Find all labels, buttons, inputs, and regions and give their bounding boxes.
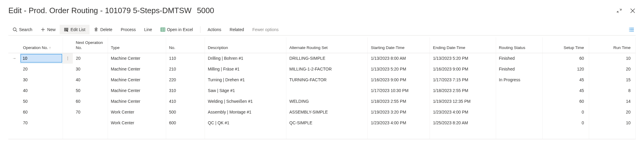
cell-setup[interactable]: 0 [542, 117, 589, 128]
cell-operation-no[interactable]: 70 [20, 117, 63, 128]
cell-operation-no[interactable]: 20 [20, 64, 63, 74]
cell-type[interactable]: Machine Center [108, 53, 166, 64]
cell-description[interactable]: Assembly | Montage #1 [205, 107, 286, 117]
cell-run[interactable]: 8 [589, 85, 635, 96]
cell-setup[interactable]: 120 [542, 64, 589, 74]
col-operation-no[interactable]: Operation No. [20, 37, 63, 53]
row-menu-button[interactable] [63, 74, 73, 85]
cell-start[interactable]: 1/13/2023 8:00 AM [368, 53, 430, 64]
cell-setup[interactable]: 45 [542, 74, 589, 85]
cell-end[interactable]: 1/19/2023 12:35 PM [430, 96, 496, 107]
cell-description[interactable]: Saw | Säge #1 [205, 85, 286, 96]
cell-operation-no[interactable]: 30 [20, 74, 63, 85]
cell-operation-no[interactable] [20, 53, 63, 64]
close-icon[interactable] [630, 8, 636, 14]
cell-alt-routing[interactable]: MILLING-1-2-FACTOR [286, 64, 368, 74]
cell-type[interactable]: Machine Center [108, 64, 166, 74]
cell-run[interactable]: 10 [589, 53, 635, 64]
cell-alt-routing[interactable]: ASSEMBLY-SIMPLE [286, 107, 368, 117]
collapse-icon[interactable] [617, 8, 622, 13]
cell-start[interactable]: 1/18/2023 2:55 PM [368, 96, 430, 107]
col-type[interactable]: Type [108, 37, 166, 53]
cell-run[interactable]: 15 [589, 74, 635, 85]
operation-no-input[interactable] [21, 54, 62, 62]
table-row[interactable]: 70Work Center600QC | QK #1QC-SIMPLE1/23/… [8, 117, 636, 128]
row-menu-button[interactable]: ⋮ [63, 53, 73, 64]
table-row-empty[interactable] [8, 128, 636, 139]
cell-next-op[interactable]: 30 [73, 64, 108, 74]
cell-description[interactable]: Turning | Drehen #1 [205, 74, 286, 85]
cell-type[interactable]: Work Center [108, 117, 166, 128]
cell-end[interactable]: 1/16/2023 9:00 PM [430, 64, 496, 74]
cell-no[interactable]: 220 [166, 74, 205, 85]
cell-status[interactable] [496, 107, 542, 117]
row-menu-button[interactable] [63, 117, 73, 128]
cell-start[interactable]: 1/19/2023 3:20 PM [368, 107, 430, 117]
cell-next-op[interactable]: 50 [73, 85, 108, 96]
table-row[interactable]: 6070Work Center500Assembly | Montage #1A… [8, 107, 636, 117]
cell-status[interactable] [496, 117, 542, 128]
cell-next-op[interactable]: 40 [73, 74, 108, 85]
cell-type[interactable]: Machine Center [108, 96, 166, 107]
row-menu-button[interactable] [63, 64, 73, 74]
related-button[interactable]: Related [226, 25, 248, 34]
cell-run[interactable]: 10 [589, 117, 635, 128]
cell-start[interactable]: 1/23/2023 4:00 PM [368, 117, 430, 128]
cell-alt-routing[interactable]: TURNING-FACTOR [286, 74, 368, 85]
row-menu-button[interactable] [63, 85, 73, 96]
cell-operation-no[interactable]: 60 [20, 107, 63, 117]
cell-run[interactable]: 20 [589, 107, 635, 117]
col-setup[interactable]: Setup Time [542, 37, 589, 53]
table-row[interactable]: →⋮20Machine Center110Drilling | Bohren #… [8, 53, 636, 64]
cell-no[interactable]: 500 [166, 107, 205, 117]
cell-alt-routing[interactable] [286, 85, 368, 96]
cell-no[interactable]: 210 [166, 64, 205, 74]
cell-status[interactable]: Finished [496, 53, 542, 64]
edit-list-button[interactable]: Edit List [60, 25, 89, 34]
table-row[interactable]: 4050Machine Center310Saw | Säge #11/17/2… [8, 85, 636, 96]
table-row[interactable]: 5060Machine Center410Welding | Schweißen… [8, 96, 636, 107]
search-button[interactable]: Search [8, 25, 36, 34]
table-row[interactable]: 2030Machine Center210Milling | Fräse #1M… [8, 64, 636, 74]
cell-setup[interactable]: 0 [542, 107, 589, 117]
cell-end[interactable]: 1/25/2023 8:20 AM [430, 117, 496, 128]
list-view-button[interactable] [625, 25, 636, 34]
col-alt-routing[interactable]: Alternate Routing Set [286, 37, 368, 53]
cell-status[interactable] [496, 85, 542, 96]
cell-end[interactable]: 1/17/2023 7:15 PM [430, 74, 496, 85]
delete-button[interactable]: Delete [89, 25, 116, 34]
cell-start[interactable]: 1/13/2023 5:20 PM [368, 64, 430, 74]
cell-description[interactable]: Welding | Schweißen #1 [205, 96, 286, 107]
cell-no[interactable]: 110 [166, 53, 205, 64]
cell-run[interactable]: 20 [589, 64, 635, 74]
cell-no[interactable]: 310 [166, 85, 205, 96]
cell-next-op[interactable] [73, 117, 108, 128]
cell-end[interactable]: 1/13/2023 5:20 PM [430, 53, 496, 64]
col-next-op[interactable]: Next Operation No. [73, 37, 108, 53]
row-menu-button[interactable] [63, 107, 73, 117]
cell-no[interactable]: 600 [166, 117, 205, 128]
cell-next-op[interactable]: 70 [73, 107, 108, 117]
col-start[interactable]: Starting Date-Time [368, 37, 430, 53]
cell-operation-no[interactable]: 40 [20, 85, 63, 96]
table-row[interactable]: 3040Machine Center220Turning | Drehen #1… [8, 74, 636, 85]
cell-type[interactable]: Machine Center [108, 85, 166, 96]
new-button[interactable]: New [36, 25, 60, 34]
open-excel-button[interactable]: Open in Excel [156, 25, 197, 34]
cell-next-op[interactable]: 60 [73, 96, 108, 107]
cell-setup[interactable]: 60 [542, 96, 589, 107]
cell-setup[interactable]: 45 [542, 85, 589, 96]
cell-description[interactable]: QC | QK #1 [205, 117, 286, 128]
cell-operation-no[interactable]: 50 [20, 96, 63, 107]
cell-alt-routing[interactable]: DRILLING-SIMPLE [286, 53, 368, 64]
cell-status[interactable]: In Progress [496, 74, 542, 85]
cell-status[interactable] [496, 96, 542, 107]
cell-setup[interactable]: 60 [542, 53, 589, 64]
cell-run[interactable]: 14 [589, 96, 635, 107]
cell-end[interactable]: 1/23/2023 4:00 PM [430, 107, 496, 117]
cell-description[interactable]: Milling | Fräse #1 [205, 64, 286, 74]
col-no[interactable]: No. [166, 37, 205, 53]
cell-no[interactable]: 410 [166, 96, 205, 107]
cell-alt-routing[interactable]: QC-SIMPLE [286, 117, 368, 128]
cell-type[interactable]: Work Center [108, 107, 166, 117]
